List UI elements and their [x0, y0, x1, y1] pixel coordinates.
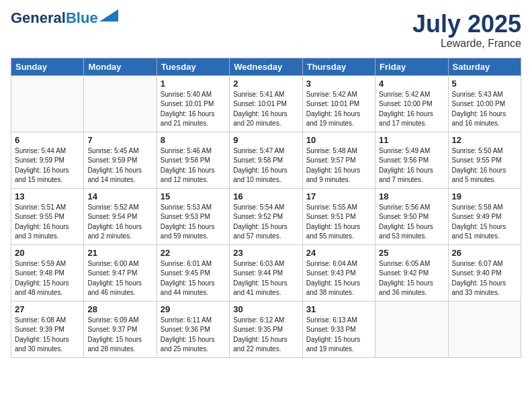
calendar-day: 16Sunrise: 5:54 AM Sunset: 9:52 PM Dayli…: [230, 188, 302, 244]
day-number: 25: [379, 248, 444, 258]
page-header: GeneralBlue July 2025 Lewarde, France: [11, 11, 521, 50]
day-info: Sunrise: 6:09 AM Sunset: 9:37 PM Dayligh…: [87, 316, 152, 355]
calendar-day: 26Sunrise: 6:07 AM Sunset: 9:40 PM Dayli…: [448, 244, 521, 301]
day-info: Sunrise: 6:08 AM Sunset: 9:39 PM Dayligh…: [15, 316, 80, 355]
calendar-day: 5Sunrise: 5:43 AM Sunset: 10:00 PM Dayli…: [448, 75, 521, 132]
calendar-day: 3Sunrise: 5:42 AM Sunset: 10:01 PM Dayli…: [302, 75, 375, 132]
day-info: Sunrise: 5:49 AM Sunset: 9:56 PM Dayligh…: [379, 146, 444, 185]
calendar-day: 12Sunrise: 5:50 AM Sunset: 9:55 PM Dayli…: [448, 132, 521, 188]
calendar-week-1: 1Sunrise: 5:40 AM Sunset: 10:01 PM Dayli…: [11, 75, 521, 132]
calendar-day: 25Sunrise: 6:05 AM Sunset: 9:42 PM Dayli…: [375, 244, 448, 301]
calendar-day: 7Sunrise: 5:45 AM Sunset: 9:59 PM Daylig…: [84, 132, 157, 188]
day-number: 16: [233, 191, 298, 201]
day-number: 5: [452, 79, 517, 89]
calendar-day: 15Sunrise: 5:53 AM Sunset: 9:53 PM Dayli…: [157, 188, 229, 244]
day-number: 20: [15, 248, 80, 258]
day-info: Sunrise: 6:13 AM Sunset: 9:33 PM Dayligh…: [306, 316, 371, 355]
day-number: 13: [15, 191, 80, 201]
logo-icon: [99, 9, 118, 21]
day-number: 17: [306, 191, 371, 201]
day-info: Sunrise: 5:59 AM Sunset: 9:48 PM Dayligh…: [15, 259, 80, 298]
day-info: Sunrise: 5:43 AM Sunset: 10:00 PM Daylig…: [452, 90, 517, 129]
day-info: Sunrise: 5:52 AM Sunset: 9:54 PM Dayligh…: [87, 203, 152, 242]
logo: GeneralBlue: [11, 11, 118, 26]
day-info: Sunrise: 6:07 AM Sunset: 9:40 PM Dayligh…: [452, 259, 517, 298]
day-number: 3: [306, 79, 371, 89]
day-header-thursday: Thursday: [302, 58, 375, 75]
day-number: 18: [379, 191, 444, 201]
day-info: Sunrise: 5:53 AM Sunset: 9:53 PM Dayligh…: [161, 203, 226, 242]
calendar-week-2: 6Sunrise: 5:44 AM Sunset: 9:59 PM Daylig…: [11, 132, 521, 188]
day-number: 26: [452, 248, 517, 258]
calendar-day: 31Sunrise: 6:13 AM Sunset: 9:33 PM Dayli…: [302, 301, 375, 357]
day-info: Sunrise: 5:51 AM Sunset: 9:55 PM Dayligh…: [15, 203, 80, 242]
day-header-saturday: Saturday: [448, 58, 521, 75]
day-number: 31: [306, 304, 371, 314]
calendar-day: 22Sunrise: 6:01 AM Sunset: 9:45 PM Dayli…: [157, 244, 229, 301]
day-info: Sunrise: 6:01 AM Sunset: 9:45 PM Dayligh…: [161, 259, 226, 298]
day-info: Sunrise: 6:11 AM Sunset: 9:36 PM Dayligh…: [161, 316, 226, 355]
logo-text: GeneralBlue: [11, 11, 98, 26]
day-info: Sunrise: 6:05 AM Sunset: 9:42 PM Dayligh…: [379, 259, 444, 298]
calendar-day: [375, 301, 448, 357]
day-number: 28: [87, 304, 152, 314]
calendar-day: 17Sunrise: 5:55 AM Sunset: 9:51 PM Dayli…: [302, 188, 375, 244]
day-number: 15: [161, 191, 226, 201]
calendar-day: 29Sunrise: 6:11 AM Sunset: 9:36 PM Dayli…: [157, 301, 229, 357]
day-number: 23: [233, 248, 298, 258]
day-info: Sunrise: 5:54 AM Sunset: 9:52 PM Dayligh…: [233, 203, 298, 242]
day-info: Sunrise: 5:48 AM Sunset: 9:57 PM Dayligh…: [306, 146, 371, 185]
calendar-day: 14Sunrise: 5:52 AM Sunset: 9:54 PM Dayli…: [84, 188, 157, 244]
day-info: Sunrise: 5:46 AM Sunset: 9:58 PM Dayligh…: [161, 146, 226, 185]
day-info: Sunrise: 5:42 AM Sunset: 10:01 PM Daylig…: [306, 90, 371, 129]
day-number: 14: [87, 191, 152, 201]
day-info: Sunrise: 5:40 AM Sunset: 10:01 PM Daylig…: [161, 90, 226, 129]
day-number: 24: [306, 248, 371, 258]
day-info: Sunrise: 6:12 AM Sunset: 9:35 PM Dayligh…: [233, 316, 298, 355]
day-info: Sunrise: 6:03 AM Sunset: 9:44 PM Dayligh…: [233, 259, 298, 298]
day-info: Sunrise: 5:41 AM Sunset: 10:01 PM Daylig…: [233, 90, 298, 129]
day-info: Sunrise: 5:55 AM Sunset: 9:51 PM Dayligh…: [306, 203, 371, 242]
calendar-day: 24Sunrise: 6:04 AM Sunset: 9:43 PM Dayli…: [302, 244, 375, 301]
svg-marker-0: [99, 9, 118, 21]
calendar-day: 6Sunrise: 5:44 AM Sunset: 9:59 PM Daylig…: [11, 132, 84, 188]
day-number: 8: [161, 135, 226, 145]
month-title: July 2025: [412, 11, 521, 38]
day-number: 9: [233, 135, 298, 145]
day-number: 11: [379, 135, 444, 145]
calendar-day: [11, 75, 84, 132]
day-info: Sunrise: 5:56 AM Sunset: 9:50 PM Dayligh…: [379, 203, 444, 242]
calendar-day: 2Sunrise: 5:41 AM Sunset: 10:01 PM Dayli…: [230, 75, 302, 132]
day-info: Sunrise: 5:44 AM Sunset: 9:59 PM Dayligh…: [15, 146, 80, 185]
calendar-week-3: 13Sunrise: 5:51 AM Sunset: 9:55 PM Dayli…: [11, 188, 521, 244]
day-number: 2: [233, 79, 298, 89]
calendar-day: 8Sunrise: 5:46 AM Sunset: 9:58 PM Daylig…: [157, 132, 229, 188]
day-number: 6: [15, 135, 80, 145]
day-info: Sunrise: 5:58 AM Sunset: 9:49 PM Dayligh…: [452, 203, 517, 242]
day-header-monday: Monday: [84, 58, 157, 75]
calendar-week-4: 20Sunrise: 5:59 AM Sunset: 9:48 PM Dayli…: [11, 244, 521, 301]
calendar-day: 11Sunrise: 5:49 AM Sunset: 9:56 PM Dayli…: [375, 132, 448, 188]
calendar-day: 4Sunrise: 5:42 AM Sunset: 10:00 PM Dayli…: [375, 75, 448, 132]
day-number: 30: [233, 304, 298, 314]
day-number: 29: [161, 304, 226, 314]
day-number: 7: [87, 135, 152, 145]
calendar-day: 21Sunrise: 6:00 AM Sunset: 9:47 PM Dayli…: [84, 244, 157, 301]
calendar-day: 9Sunrise: 5:47 AM Sunset: 9:58 PM Daylig…: [230, 132, 302, 188]
calendar-day: 23Sunrise: 6:03 AM Sunset: 9:44 PM Dayli…: [230, 244, 302, 301]
day-number: 19: [452, 191, 517, 201]
calendar-day: [448, 301, 521, 357]
day-info: Sunrise: 6:00 AM Sunset: 9:47 PM Dayligh…: [87, 259, 152, 298]
day-info: Sunrise: 5:42 AM Sunset: 10:00 PM Daylig…: [379, 90, 444, 129]
calendar-day: 18Sunrise: 5:56 AM Sunset: 9:50 PM Dayli…: [375, 188, 448, 244]
calendar-header-row: SundayMondayTuesdayWednesdayThursdayFrid…: [11, 58, 521, 75]
day-info: Sunrise: 5:47 AM Sunset: 9:58 PM Dayligh…: [233, 146, 298, 185]
day-header-tuesday: Tuesday: [157, 58, 229, 75]
calendar-day: 30Sunrise: 6:12 AM Sunset: 9:35 PM Dayli…: [230, 301, 302, 357]
calendar-table: SundayMondayTuesdayWednesdayThursdayFrid…: [11, 58, 521, 358]
day-number: 10: [306, 135, 371, 145]
day-header-friday: Friday: [375, 58, 448, 75]
location: Lewarde, France: [412, 38, 521, 50]
day-info: Sunrise: 5:45 AM Sunset: 9:59 PM Dayligh…: [87, 146, 152, 185]
day-number: 1: [161, 79, 226, 89]
